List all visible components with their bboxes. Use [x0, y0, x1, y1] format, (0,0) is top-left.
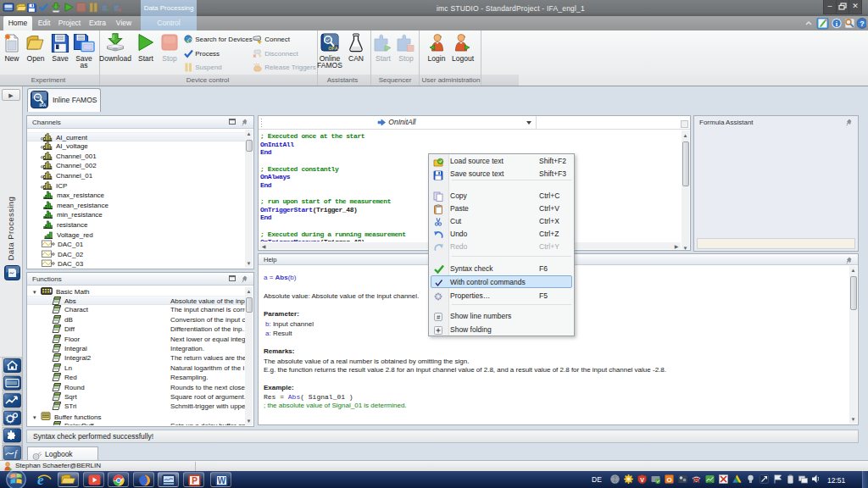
svg-text:IFA: IFA: [40, 103, 47, 108]
svg-text:OFA: OFA: [328, 46, 337, 51]
svg-text:V: V: [640, 477, 644, 483]
svg-text:W: W: [218, 476, 226, 485]
svg-text:O: O: [666, 476, 671, 484]
svg-text:?: ?: [860, 19, 865, 28]
svg-text:P: P: [192, 476, 198, 485]
svg-text:e: e: [37, 472, 44, 487]
